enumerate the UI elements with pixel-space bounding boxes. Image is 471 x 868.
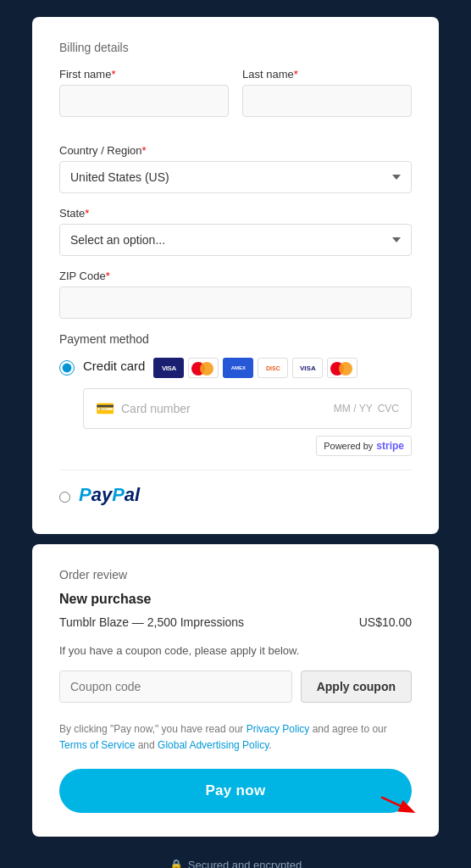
payment-section: Payment method Credit card VISA AMEX DIS… [59,332,412,510]
visa2-icon: VISA [292,358,323,378]
legal-before: By clicking "Pay now," you have read our [59,723,247,735]
order-item-name: Tumblr Blaze — 2,500 Impressions [59,615,244,629]
paypal-radio[interactable] [59,492,70,503]
paypal-logo-label[interactable]: P ay P al [79,484,140,506]
arrow-indicator [378,787,420,825]
terms-link[interactable]: Terms of Service [59,739,135,751]
stripe-logo: stripe [376,440,404,452]
order-card: Order review New purchase Tumblr Blaze —… [32,544,439,837]
name-row: First name* Last name* [59,68,412,131]
apply-coupon-button[interactable]: Apply coupon [301,670,412,703]
coupon-row: Apply coupon [59,670,412,703]
global-ad-link[interactable]: Global Advertising Policy [158,739,269,751]
first-name-group: First name* [59,68,229,117]
mastercard-icon [188,358,219,378]
first-name-label: First name* [59,68,229,81]
legal-mid2: and [135,739,158,751]
zip-group: ZIP Code* [59,270,412,319]
discover-icon: DISC [258,358,288,378]
visa-icon: VISA [153,358,184,378]
coupon-input[interactable] [59,670,292,703]
order-subtitle: New purchase [59,592,412,607]
order-item-amount: US$10.00 [359,615,412,629]
privacy-policy-link[interactable]: Privacy Policy [247,723,310,735]
secured-row: 🔒 Secured and encrypted [169,859,302,868]
mm-yy-label: MM / YY [334,403,373,415]
state-group: State* Select an option... [59,207,412,256]
paypal-logo: P ay P al [79,484,140,506]
cvc-label: CVC [378,403,399,415]
secured-label: Secured and encrypted [188,859,302,868]
card-input-icon: 💳 [96,399,114,418]
red-arrow-icon [378,787,420,821]
stripe-badge: Powered by stripe [83,436,412,456]
payment-divider [59,470,412,470]
legal-text: By clicking "Pay now," you have read our… [59,721,412,754]
payment-method-title: Payment method [59,332,412,346]
coupon-note: If you have a coupon code, please apply … [59,644,412,657]
country-select[interactable]: United States (US) [59,161,412,193]
lock-icon: 🔒 [169,859,183,868]
credit-card-option[interactable]: Credit card VISA AMEX DISC VISA [59,358,412,378]
state-label: State* [59,207,412,220]
order-item-line: Tumblr Blaze — 2,500 Impressions US$10.0… [59,615,412,629]
legal-mid1: and agree to our [309,723,386,735]
zip-label: ZIP Code* [59,270,412,282]
card-icons: VISA AMEX DISC VISA [153,358,357,378]
last-name-input[interactable] [242,85,412,117]
country-group: Country / Region* United States (US) [59,144,412,193]
billing-card: Billing details First name* Last name* C… [32,17,439,534]
powered-by-text: Powered by [324,441,373,451]
card-number-placeholder: Card number [121,402,327,415]
first-name-input[interactable] [59,85,229,117]
pay-now-button[interactable]: Pay now [59,769,412,813]
last-name-group: Last name* [242,68,412,117]
order-review-title: Order review [59,568,412,581]
billing-title: Billing details [59,41,412,54]
credit-card-radio[interactable] [59,360,75,376]
svg-line-1 [381,798,412,812]
credit-card-label[interactable]: Credit card [83,359,145,373]
card-expiry-cvc: MM / YY CVC [334,403,399,415]
mc2-icon [327,358,357,378]
paypal-option[interactable]: P ay P al [59,484,412,510]
country-label: Country / Region* [59,144,412,157]
stripe-powered-badge: Powered by stripe [316,436,412,456]
stripe-card-input[interactable]: 💳 Card number MM / YY CVC [83,388,412,429]
legal-end: . [269,739,271,751]
pay-row: Pay now [59,769,412,813]
last-name-label: Last name* [242,68,412,81]
zip-input[interactable] [59,287,412,319]
state-select[interactable]: Select an option... [59,224,412,256]
amex-icon: AMEX [223,358,253,378]
